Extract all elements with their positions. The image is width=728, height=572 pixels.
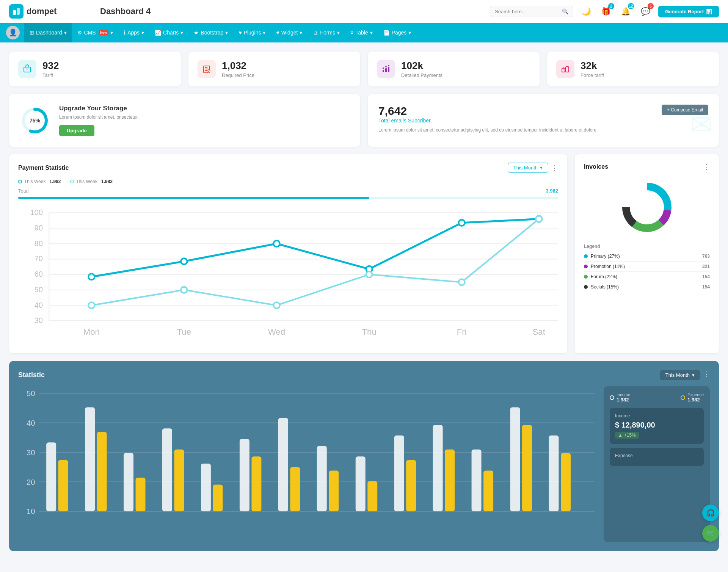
float-cart-button[interactable]: 🛒 (702, 525, 719, 542)
stat-legend-row: Income 1.982 Expense 1.982 (610, 392, 704, 403)
nav-item-forms[interactable]: 🖨 Forms ▾ (308, 23, 345, 42)
nav-item-widget[interactable]: ♥ Widget ▾ (271, 23, 308, 42)
chart-icon: 📊 (706, 9, 712, 14)
svg-rect-12 (562, 68, 565, 72)
nav-label-apps: Apps (127, 30, 140, 36)
inv-count-primary: 763 (702, 254, 710, 259)
stat-label-force: Force tariff (581, 72, 604, 78)
svg-text:80: 80 (34, 239, 43, 248)
svg-point-42 (181, 258, 187, 264)
search-box[interactable]: 🔍 (490, 6, 573, 17)
price-icon (198, 60, 216, 78)
inv-legend-left-2: Forum (22%) (584, 274, 617, 279)
expense-legend-dot (681, 395, 685, 400)
stat-header-right: This Month ▾ ⋮ (660, 370, 710, 380)
svg-point-51 (459, 279, 465, 285)
total-value: 3.982 (546, 188, 558, 194)
nav-item-table[interactable]: ≡ Table ▾ (345, 23, 378, 42)
svg-point-9 (383, 67, 384, 69)
inv-dot-promotion (584, 265, 588, 268)
statistic-filter-button[interactable]: This Month ▾ (660, 370, 700, 380)
email-bg-icon: ✉ (690, 109, 713, 141)
generate-report-button[interactable]: Generate Report 📊 (658, 6, 719, 17)
svg-rect-71 (97, 432, 107, 511)
invoices-legend: Legend Primary (27%) 763 Promotion (11%)… (584, 244, 710, 292)
svg-text:40: 40 (27, 419, 35, 427)
payment-title: Payment Statistic (18, 165, 69, 171)
chevron-down-icon-plugins: ▾ (263, 30, 265, 36)
email-subtitle: Total emails Subcriber. (378, 118, 596, 124)
search-input[interactable] (495, 9, 559, 14)
upgrade-button[interactable]: Upgrade (59, 125, 94, 136)
svg-text:50: 50 (27, 389, 35, 398)
svg-text:50: 50 (34, 285, 43, 294)
svg-rect-91 (483, 471, 493, 512)
legend-label-1: This Week (24, 179, 46, 184)
inv-legend-item-0: Primary (27%) 763 (584, 251, 710, 262)
inv-count-forum: 154 (702, 274, 710, 279)
generate-report-label: Generate Report (665, 9, 704, 14)
invoices-more-icon[interactable]: ⋮ (703, 163, 710, 171)
logo-icon (9, 4, 24, 19)
svg-text:Tue: Tue (177, 327, 191, 337)
svg-rect-8 (388, 67, 389, 72)
legend-item-1: This Week 1.982 (18, 179, 61, 184)
nav-item-pages[interactable]: 📄 Pages ▾ (378, 23, 417, 42)
svg-rect-1 (17, 8, 20, 15)
bar-chart-wrap: 50 40 30 20 10 (18, 386, 595, 542)
svg-text:30: 30 (34, 316, 43, 324)
inv-legend-item-3: Socials (15%) 154 (584, 282, 710, 292)
svg-rect-87 (406, 460, 416, 511)
nav-item-bootstrap[interactable]: ★ Bootstrap ▾ (188, 23, 233, 42)
svg-rect-69 (58, 460, 68, 511)
expense-legend-label: Expense (687, 392, 704, 397)
inv-legend-left-1: Promotion (11%) (584, 264, 625, 269)
chevron-down-icon-table: ▾ (370, 30, 373, 36)
payment-card-header: Payment Statistic This Month ▾ ⋮ (18, 163, 558, 173)
income-box-amount: $ 12,890,00 (615, 421, 698, 429)
stat-info-force: 32k Force tariff (581, 60, 604, 78)
payment-line-chart: 100 90 80 70 60 50 40 30 Mon Tue Wed Thu… (18, 205, 558, 344)
main-content: 932 Tariff 1,032 Required Price (0, 42, 728, 560)
stat-info-tariff: 932 Tariff (42, 60, 59, 78)
gift-btn[interactable]: 🎁 2 (599, 5, 613, 18)
income-pct-badge: ▲ +15% (615, 432, 639, 439)
svg-text:40: 40 (34, 301, 43, 309)
svg-text:90: 90 (34, 224, 43, 232)
email-desc: Lorem ipsum dolor sit amet, consectetur … (378, 127, 596, 133)
stat-card-price: 1,032 Required Price (188, 52, 360, 86)
chat-btn[interactable]: 💬 5 (639, 5, 652, 18)
payment-progress-fill (18, 197, 369, 199)
nav-item-plugins[interactable]: ♥ Plugins ▾ (233, 23, 271, 42)
svg-rect-76 (201, 464, 211, 511)
payment-filter-button[interactable]: This Month ▾ (508, 163, 548, 173)
more-options-icon[interactable]: ⋮ (551, 164, 558, 172)
expense-legend-item: Expense 1.982 (681, 392, 704, 403)
inv-label-promotion: Promotion (11%) (591, 264, 625, 269)
svg-text:Fri: Fri (457, 327, 467, 337)
total-label: Total (18, 188, 28, 194)
stat-value-price: 1,032 (222, 60, 254, 72)
email-count: 7,642 (378, 105, 596, 118)
dark-mode-btn[interactable]: 🌙 (579, 5, 593, 18)
nav-item-charts[interactable]: 📈 Charts ▾ (149, 23, 188, 42)
apps-icon: ℹ (124, 30, 126, 36)
nav-item-apps[interactable]: ℹ Apps ▾ (118, 23, 149, 42)
float-headset-button[interactable]: 🎧 (702, 505, 719, 521)
svg-rect-0 (13, 10, 16, 15)
widget-icon: ♥ (276, 30, 279, 36)
income-legend-dot (610, 395, 614, 400)
nav-item-dashboard[interactable]: ⊞ Dashboard ▾ (24, 23, 72, 42)
search-icon: 🔍 (562, 8, 568, 14)
storage-inner: 75% Upgrade Your Storage Lorem ipsum dol… (20, 105, 350, 136)
bell-btn[interactable]: 🔔 12 (619, 5, 632, 18)
filter-label: This Month (513, 165, 538, 171)
nav-label-plugins: Plugins (244, 30, 261, 36)
svg-rect-90 (472, 450, 482, 511)
inv-label-primary: Primary (27%) (591, 254, 620, 259)
legend-header-label: Legend (584, 244, 710, 249)
statistic-more-icon[interactable]: ⋮ (703, 370, 710, 380)
chevron-down-icon-bootstrap: ▾ (225, 30, 228, 36)
nav-item-cms[interactable]: ⚙ CMS New ▾ (72, 23, 119, 42)
inv-dot-forum (584, 275, 588, 279)
